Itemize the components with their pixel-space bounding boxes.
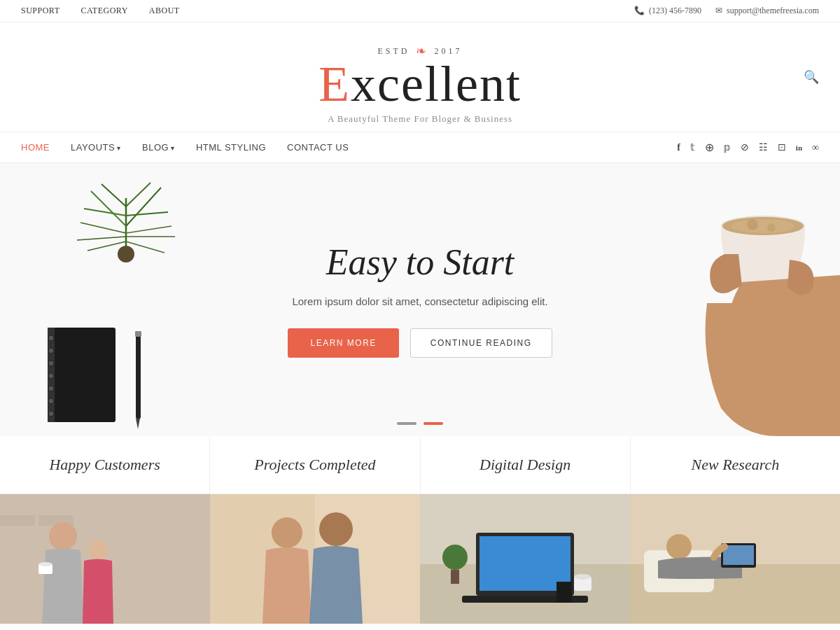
svg-point-19 <box>48 373 54 379</box>
nav-contact-us[interactable]: CONTACT US <box>287 142 349 153</box>
svg-point-18 <box>48 360 54 366</box>
hero-deco-right <box>686 163 840 436</box>
stat-happy-customers: Happy Customers <box>0 436 210 493</box>
top-bar: SUPPORT CATEGORY ABOUT 📞 (123) 456-7890 … <box>0 0 840 22</box>
top-contact: 📞 (123) 456-7890 ✉ support@themefreesia.… <box>634 6 819 16</box>
svg-point-41 <box>272 517 302 548</box>
stat-new-research: New Research <box>631 436 840 493</box>
learn-more-button[interactable]: LEARN MORE <box>288 328 398 358</box>
notebook-decoration <box>42 324 144 429</box>
social-link[interactable]: ∞ <box>812 142 819 153</box>
continue-reading-button[interactable]: CONTINUE READING <box>410 328 552 358</box>
nav-html-styling[interactable]: HTML STYLING <box>196 142 266 153</box>
svg-point-17 <box>48 348 54 354</box>
svg-rect-52 <box>556 582 572 603</box>
search-icon[interactable]: 🔍 <box>804 69 819 85</box>
email-icon: ✉ <box>715 6 722 16</box>
svg-point-22 <box>48 411 54 416</box>
phone-icon: 📞 <box>634 6 645 16</box>
logo-first-letter: E <box>318 56 351 112</box>
svg-rect-58 <box>723 545 754 565</box>
social-twitter[interactable]: 𝕥 <box>690 141 695 153</box>
svg-line-6 <box>102 184 126 206</box>
site-logo[interactable]: Excellent <box>14 59 826 109</box>
svg-rect-23 <box>136 335 141 419</box>
svg-point-35 <box>49 522 77 550</box>
social-dribbble[interactable]: ⊘ <box>741 141 749 153</box>
site-header: ESTD ❧ 2017 Excellent A Beautyful Theme … <box>0 22 840 132</box>
svg-line-4 <box>84 209 126 216</box>
hero-deco-left <box>0 163 217 436</box>
social-pinterest[interactable]: 𝕡 <box>724 141 731 153</box>
hero-buttons: LEARN MORE CONTINUE READING <box>288 328 552 358</box>
grid-image-couple[interactable] <box>210 494 420 624</box>
svg-marker-24 <box>136 419 140 429</box>
hero-section: Easy to Start Lorem ipsum dolor sit amet… <box>0 163 840 436</box>
svg-point-48 <box>442 545 468 570</box>
dot-2[interactable] <box>424 422 443 425</box>
image-grid <box>0 494 840 624</box>
social-flickr[interactable]: ⊡ <box>778 141 786 153</box>
svg-line-9 <box>126 226 172 233</box>
svg-rect-33 <box>0 515 35 526</box>
slider-dots <box>397 422 443 425</box>
svg-point-28 <box>732 219 794 233</box>
top-nav: SUPPORT CATEGORY ABOUT <box>21 6 180 16</box>
svg-point-16 <box>48 335 54 341</box>
svg-rect-49 <box>451 570 459 584</box>
nav-home[interactable]: HOME <box>21 142 50 153</box>
stats-bar: Happy Customers Projects Completed Digit… <box>0 436 840 494</box>
stat-digital-design: Digital Design <box>421 436 631 493</box>
estd-label: ESTD <box>378 46 410 57</box>
svg-point-30 <box>767 223 776 232</box>
dot-1[interactable] <box>397 422 416 425</box>
plant-decoration <box>70 177 196 303</box>
logo-rest: xcellent <box>351 56 522 112</box>
svg-rect-14 <box>52 328 115 422</box>
svg-point-29 <box>747 219 758 230</box>
svg-point-38 <box>38 562 52 566</box>
grid-image-reading[interactable] <box>630 494 840 624</box>
svg-point-36 <box>88 540 108 560</box>
phone-number: (123) 456-7890 <box>649 6 701 16</box>
svg-point-51 <box>574 574 591 580</box>
grid-image-laptop[interactable] <box>420 494 630 624</box>
nav-blog[interactable]: BLOG <box>142 142 175 153</box>
social-links: f 𝕥 ⊕ 𝕡 ⊘ ☷ ⊡ in ∞ <box>677 141 819 154</box>
hero-content: Easy to Start Lorem ipsum dolor sit amet… <box>288 241 552 358</box>
grid-image-family[interactable] <box>0 494 210 624</box>
svg-point-42 <box>319 512 353 546</box>
stat-projects-completed: Projects Completed <box>210 436 420 493</box>
phone-info: 📞 (123) 456-7890 <box>634 6 701 16</box>
top-nav-about[interactable]: ABOUT <box>149 6 180 16</box>
hero-title: Easy to Start <box>288 241 552 283</box>
top-nav-support[interactable]: SUPPORT <box>21 6 59 16</box>
email-info: ✉ support@themefreesia.com <box>715 6 819 16</box>
svg-line-10 <box>77 237 126 240</box>
social-linkedin[interactable]: in <box>796 144 802 152</box>
svg-point-21 <box>48 398 54 404</box>
social-instagram[interactable]: ☷ <box>759 141 768 153</box>
svg-point-0 <box>118 246 134 262</box>
social-facebook[interactable]: f <box>677 142 680 153</box>
svg-line-3 <box>126 188 161 226</box>
svg-point-56 <box>666 534 692 559</box>
nav-layouts[interactable]: LAYOUTS <box>71 142 121 153</box>
main-nav: HOME LAYOUTS BLOG HTML STYLING CONTACT U… <box>0 132 840 163</box>
estd-year: 2017 <box>435 46 463 57</box>
site-tagline: A Beautyful Theme For Bloger & Business <box>14 113 826 125</box>
nav-links: HOME LAYOUTS BLOG HTML STYLING CONTACT U… <box>21 142 349 153</box>
svg-line-8 <box>80 223 126 233</box>
hero-text: Lorem ipsum dolor sit amet, consectetur … <box>288 295 552 307</box>
svg-line-2 <box>91 191 126 226</box>
top-nav-category[interactable]: CATEGORY <box>80 6 127 16</box>
svg-line-5 <box>126 212 168 216</box>
social-google-plus[interactable]: ⊕ <box>705 141 714 154</box>
svg-rect-25 <box>135 331 141 337</box>
svg-point-20 <box>48 386 54 391</box>
email-address: support@themefreesia.com <box>727 6 819 16</box>
